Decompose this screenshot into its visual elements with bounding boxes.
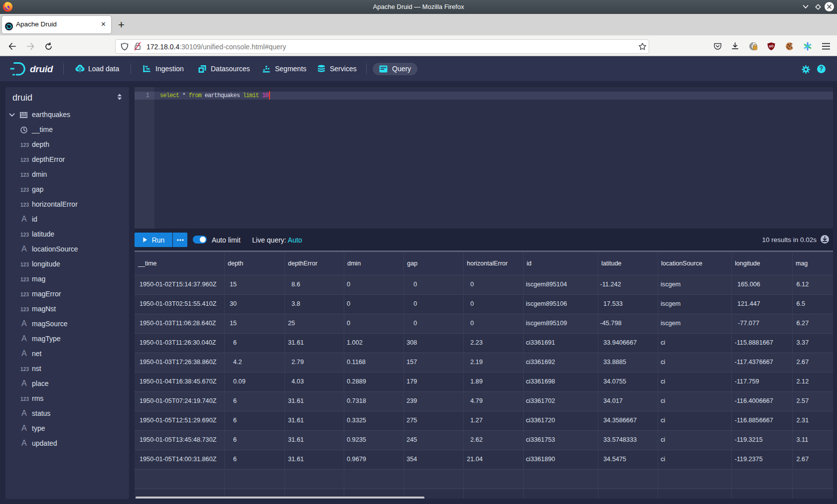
svg-text:uO: uO [769,44,773,48]
